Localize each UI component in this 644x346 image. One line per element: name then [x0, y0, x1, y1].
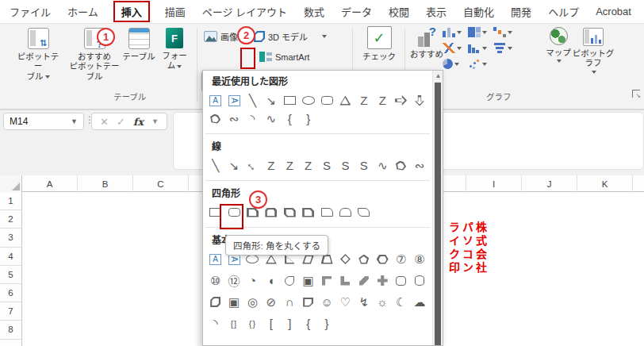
right-brace-shape[interactable]: }: [299, 110, 317, 128]
3d-models-button[interactable]: 3D モデル: [254, 30, 327, 43]
left-brace-shape[interactable]: {: [281, 110, 299, 128]
row-header-7[interactable]: 7: [0, 302, 21, 321]
tab-挿入[interactable]: 挿入: [113, 1, 150, 22]
curved-double-arrow-connector-shape[interactable]: S: [355, 157, 373, 175]
isosceles-triangle-shape[interactable]: [336, 92, 355, 110]
line-shape[interactable]: ╲: [206, 157, 224, 175]
tab-ページ レイアウト[interactable]: ページ レイアウト: [201, 2, 289, 21]
tab-校閲[interactable]: 校閲: [387, 2, 411, 21]
tab-描画[interactable]: 描画: [163, 2, 187, 21]
waterfall-chart-chevron-icon[interactable]: [508, 31, 512, 34]
row-header-4[interactable]: 4: [0, 248, 21, 266]
pivot-table-button[interactable]: ピボットテー ブル: [14, 28, 62, 81]
oval-shape[interactable]: [299, 92, 317, 110]
round-same-side-corner-rectangle-shape[interactable]: [336, 204, 355, 221]
arc-shape[interactable]: ◝: [243, 110, 262, 128]
cloud-shape[interactable]: ☁: [410, 294, 428, 311]
l-shape-shape[interactable]: [336, 272, 355, 290]
select-all-corner[interactable]: [0, 175, 22, 192]
cube-shape[interactable]: [206, 294, 224, 311]
lightning-bolt-shape[interactable]: ↯: [355, 294, 373, 311]
checkbox-button[interactable]: ✓ チェック: [358, 26, 400, 61]
form-chevron-icon[interactable]: [177, 65, 182, 68]
freeform-shape[interactable]: [392, 157, 410, 175]
line-chart-button[interactable]: [443, 43, 462, 53]
recommended-charts-button[interactable]: おすすめ: [408, 28, 446, 59]
left-bracket-shape[interactable]: [: [262, 315, 280, 333]
column-header-K[interactable]: K: [577, 175, 633, 192]
moon-shape[interactable]: ☾: [392, 294, 410, 311]
treemap-chart-chevron-icon[interactable]: [482, 31, 487, 34]
cancel-icon[interactable]: ✕: [100, 116, 109, 128]
pentagon-shape[interactable]: [355, 251, 373, 268]
menu-scrollbar[interactable]: ▲: [432, 71, 443, 345]
no-symbol-shape[interactable]: ⊘: [262, 294, 280, 311]
3d-models-chevron-icon[interactable]: [322, 35, 327, 38]
line-chart-chevron-icon[interactable]: [457, 47, 462, 50]
dodecagon-shape[interactable]: ⑫: [224, 272, 243, 290]
line-shape[interactable]: ╲: [243, 92, 262, 110]
elbow-connector-shape[interactable]: Z: [262, 157, 280, 175]
pictures-button[interactable]: 画像: [204, 30, 238, 43]
funnel-chart-chevron-icon[interactable]: [508, 47, 512, 50]
plaque-shape[interactable]: [392, 272, 410, 290]
arc-shape[interactable]: ◝: [206, 315, 224, 333]
tab-自動化[interactable]: 自動化: [462, 2, 496, 21]
pie-shape[interactable]: ◔: [243, 272, 262, 290]
curve-shape[interactable]: ∿: [374, 157, 392, 175]
half-frame-shape[interactable]: [317, 272, 335, 290]
column-header-J[interactable]: J: [522, 175, 577, 192]
pie-chart-button[interactable]: [443, 59, 462, 69]
tab-数式[interactable]: 数式: [302, 2, 326, 21]
rounded-rectangle-shape[interactable]: [317, 92, 335, 110]
pie-chart-chevron-icon[interactable]: [454, 63, 459, 66]
histogram-chart-button[interactable]: [468, 43, 487, 53]
snip-and-round-corner-rectangle-shape[interactable]: [299, 204, 317, 221]
hexagon-shape[interactable]: [374, 251, 392, 268]
elbow-double-arrow-connector-shape[interactable]: Z: [299, 157, 317, 175]
heart-shape[interactable]: ♡: [336, 294, 355, 311]
octagon-shape[interactable]: ⑧: [410, 251, 428, 268]
insert-function-icon[interactable]: fx: [133, 116, 144, 128]
down-arrow-shape[interactable]: [410, 92, 428, 110]
rectangle-shape[interactable]: [281, 92, 299, 110]
curve-shape[interactable]: ∿: [262, 110, 280, 128]
tab-ホーム[interactable]: ホーム: [66, 2, 100, 21]
frame-shape[interactable]: ▣: [299, 272, 317, 290]
pivot-chart-button[interactable]: ピボットグラフ: [571, 28, 615, 74]
row-header-1[interactable]: 1: [0, 192, 21, 210]
row-header-5[interactable]: 5: [0, 266, 21, 284]
double-bracket-shape[interactable]: []: [224, 315, 243, 333]
block-arc-shape[interactable]: ∩: [281, 294, 299, 311]
waterfall-chart-button[interactable]: [493, 27, 512, 37]
line-double-arrow-shape[interactable]: ↔: [243, 157, 262, 175]
double-brace-shape[interactable]: {}: [243, 315, 262, 333]
right-brace-shape[interactable]: }: [317, 315, 335, 333]
tab-Acrobat[interactable]: Acrobat: [594, 3, 633, 20]
text-box-shape[interactable]: A: [206, 92, 224, 110]
decagon-shape[interactable]: ⑩: [206, 272, 224, 290]
name-box-chevron-icon[interactable]: ▼: [71, 117, 78, 125]
column-header-I[interactable]: I: [466, 175, 522, 192]
charts-dialog-launcher-icon[interactable]: [632, 90, 640, 98]
table-button[interactable]: テーブル: [121, 28, 157, 61]
pivot-table-chevron-icon[interactable]: [45, 75, 50, 79]
elbow-connector-shape[interactable]: Z: [355, 92, 373, 110]
row-header-2[interactable]: 2: [0, 210, 21, 229]
row-header-8[interactable]: 8: [0, 321, 21, 339]
scroll-up-icon[interactable]: ▲: [433, 72, 443, 79]
column-header-C[interactable]: C: [133, 175, 189, 192]
scrollbar-thumb[interactable]: [435, 83, 441, 345]
teardrop-shape[interactable]: [281, 272, 299, 290]
folded-corner-shape[interactable]: [299, 294, 317, 311]
snip-same-side-corner-rectangle-shape[interactable]: [262, 204, 280, 221]
pivot-chart-chevron-icon[interactable]: [592, 71, 596, 74]
maps-button[interactable]: マップ: [542, 27, 574, 63]
vertical-text-box-shape[interactable]: A: [224, 92, 243, 110]
row-header-3[interactable]: 3: [0, 229, 21, 247]
snip-diagonal-corner-rectangle-shape[interactable]: [281, 204, 299, 221]
curved-arrow-connector-shape[interactable]: S: [336, 157, 355, 175]
tab-開発[interactable]: 開発: [509, 2, 533, 21]
diagonal-stripe-shape[interactable]: [355, 272, 373, 290]
maps-chevron-icon[interactable]: [557, 60, 562, 63]
